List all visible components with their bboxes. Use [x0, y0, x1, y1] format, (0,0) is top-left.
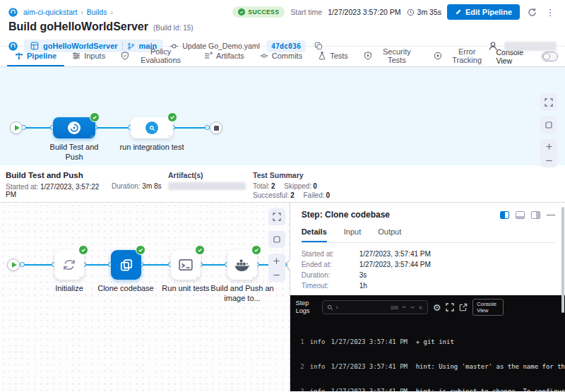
tab-label: Tests — [330, 52, 348, 60]
tab-artifacts[interactable]: Artifacts — [196, 47, 252, 66]
clear-search-icon[interactable] — [418, 305, 423, 310]
expand-logs-icon[interactable] — [446, 303, 454, 311]
refresh-icon[interactable] — [525, 6, 538, 18]
zoom-out-icon[interactable] — [268, 268, 285, 282]
step-label[interactable]: Clone codebase — [93, 283, 158, 293]
step-label[interactable]: Initialize — [37, 283, 102, 293]
success-check-icon — [251, 245, 261, 255]
zoom-in-icon[interactable] — [268, 254, 285, 268]
edit-pipeline-button[interactable]: Edit Pipeline — [447, 4, 520, 20]
step-node-run-unit-tests[interactable]: ‹› — [171, 250, 201, 280]
more-options-icon[interactable]: ⋮ — [544, 6, 557, 18]
tab-tests[interactable]: Tests — [310, 47, 356, 66]
started-at-label: Started at: — [6, 183, 38, 191]
commit-icon — [260, 52, 268, 60]
layout-bottom-pane-icon[interactable] — [516, 211, 525, 219]
breadcrumb-project[interactable]: aim-ci-quickstart — [23, 8, 77, 16]
tab-error-tracking[interactable]: Error Tracking — [426, 47, 496, 66]
minimize-icon[interactable]: — — [547, 210, 555, 219]
step-label[interactable]: Run unit tests — [153, 283, 218, 293]
success-check-icon — [238, 8, 245, 16]
console-view-label: Console View — [496, 48, 536, 65]
node-condition-mark: ‹› — [79, 275, 82, 279]
node-condition-mark: ‹› — [136, 275, 139, 279]
log-search-input[interactable]: › 0/0 — [322, 300, 428, 314]
success-check-icon — [78, 245, 88, 255]
page-header: aim-ci-quickstart › Builds › SUCCESS Sta… — [0, 0, 565, 47]
kv-label: Duration: — [302, 271, 359, 279]
layout-left-pane-icon[interactable] — [500, 211, 509, 219]
console-view-toggle[interactable] — [542, 52, 558, 61]
fit-view-icon[interactable] — [540, 117, 557, 133]
artifacts-label: Artifact(s) — [168, 171, 253, 179]
tab-label: Error Tracking — [446, 47, 489, 64]
page-title: Build goHelloWorldServer — [8, 20, 148, 33]
start-time-value: 1/27/2023 3:57:20 PM — [328, 8, 400, 16]
test-summary-title: Test Summary — [253, 171, 559, 179]
tab-label: Pipeline — [27, 52, 56, 60]
tab-pipeline[interactable]: Pipeline — [7, 47, 64, 66]
step-node-initialize[interactable]: ‹› — [54, 250, 84, 280]
failed-value: 0 — [326, 191, 331, 199]
chevron-up-icon[interactable] — [401, 304, 407, 310]
successful-label: Successful: — [253, 191, 289, 199]
kv-value: 1h — [359, 282, 555, 290]
tab-inputs[interactable]: Inputs — [64, 47, 113, 66]
stage-label[interactable]: run integration test — [119, 142, 184, 152]
execution-start-node — [7, 259, 20, 271]
stage-node-build-test-and-push[interactable]: ‹› — [53, 117, 95, 138]
zoom-in-icon[interactable] — [540, 139, 557, 153]
log-line: 1info1/27/2023 3:57:41 PM+ git init — [296, 338, 565, 347]
console-view-button[interactable]: Console View — [472, 299, 504, 316]
kv-label: Ended at: — [302, 261, 359, 268]
canvas-toolbar — [540, 94, 557, 167]
edge-dot — [20, 262, 25, 267]
step-node-clone-codebase[interactable]: ‹› — [111, 250, 141, 280]
log-lines: 1info1/27/2023 3:57:41 PM+ git init 2inf… — [290, 319, 565, 391]
total-label: Total: — [253, 182, 270, 190]
stage-node-run-integration-test[interactable]: ‹› — [131, 117, 173, 138]
terminal-icon — [178, 257, 194, 273]
initialize-sync-icon — [62, 258, 76, 272]
success-check-icon — [90, 112, 100, 122]
step-tab-output[interactable]: Output — [378, 227, 401, 242]
zoom-out-icon[interactable] — [540, 153, 557, 167]
successful-value: 2 — [290, 191, 295, 199]
tab-security-tests[interactable]: Security Tests — [356, 47, 426, 66]
layout-right-pane-icon[interactable] — [531, 211, 540, 219]
fullscreen-icon[interactable] — [540, 94, 557, 111]
skipped-label: Skipped: — [284, 182, 311, 190]
step-label[interactable]: Build and Push an image to... — [210, 283, 275, 303]
step-tab-input[interactable]: Input — [344, 227, 361, 242]
search-prompt: › — [336, 304, 338, 311]
artifact-link-redacted[interactable] — [168, 182, 246, 190]
step-tab-details[interactable]: Details — [302, 227, 327, 242]
tab-commits[interactable]: Commits — [252, 47, 310, 66]
tab-label: Artifacts — [216, 52, 244, 60]
start-time-label: Start time — [290, 8, 322, 16]
node-condition-mark: ‹› — [90, 133, 93, 138]
target-icon — [434, 52, 442, 60]
failed-label: Failed: — [303, 191, 324, 199]
edge-dot — [205, 125, 210, 130]
stage-edge — [16, 127, 216, 129]
step-panel-title: Step: Clone codebase — [302, 210, 390, 220]
stage-label[interactable]: Build Test and Push — [42, 142, 107, 162]
fullscreen-icon[interactable] — [268, 208, 285, 225]
log-settings-gear-icon[interactable]: ⚙ — [433, 302, 441, 313]
total-value: 2 — [271, 182, 275, 190]
pipeline-end-node — [210, 121, 222, 134]
chevron-down-icon[interactable] — [410, 304, 415, 310]
kv-label: Started at: — [302, 250, 359, 258]
step-node-build-and-push[interactable]: ‹› — [227, 250, 257, 280]
status-badge: SUCCESS — [232, 6, 285, 18]
open-in-new-icon[interactable] — [459, 303, 468, 311]
tab-policy-evaluations[interactable]: Policy Evaluations — [113, 47, 196, 66]
pipeline-icon — [15, 52, 23, 60]
fit-view-icon[interactable] — [268, 231, 285, 248]
status-badge-label: SUCCESS — [248, 8, 279, 16]
scrollbar[interactable] — [561, 207, 564, 313]
step-details-panel: Step: Clone codebase — Details Input Out… — [290, 203, 565, 391]
breadcrumb-builds[interactable]: Builds — [87, 8, 107, 16]
duration-label: Duration: — [112, 182, 141, 190]
